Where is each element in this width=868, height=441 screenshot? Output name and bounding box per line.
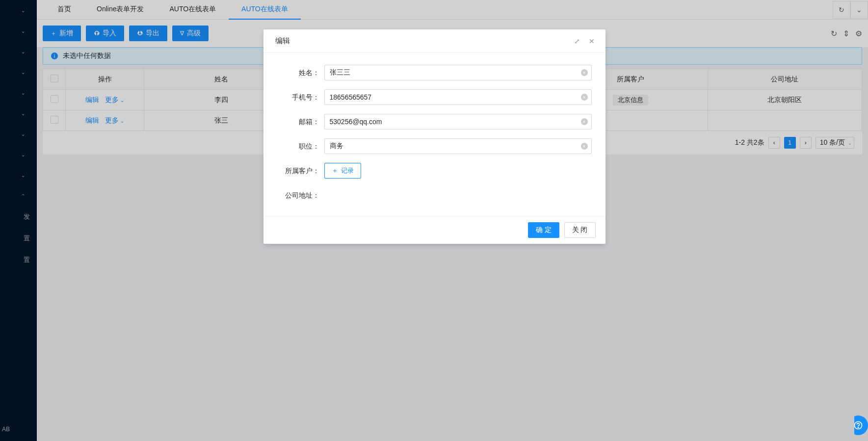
modal-title: 编辑 bbox=[275, 36, 290, 46]
customer-label: 所属客户： bbox=[263, 163, 324, 179]
email-input[interactable] bbox=[324, 114, 592, 130]
email-label: 邮箱： bbox=[263, 114, 324, 130]
add-record-label: 记录 bbox=[341, 166, 354, 175]
position-input[interactable] bbox=[324, 138, 592, 154]
ok-button[interactable]: 确 定 bbox=[528, 222, 559, 238]
add-record-button[interactable]: ＋ 记录 bbox=[324, 163, 361, 179]
clear-icon[interactable]: × bbox=[581, 94, 588, 101]
modal-body: 姓名： × 手机号： × 邮箱： × 职位： × bbox=[263, 53, 605, 216]
maximize-icon[interactable]: ⤢ bbox=[572, 36, 582, 46]
plus-icon: ＋ bbox=[332, 166, 338, 175]
edit-modal: 编辑 ⤢ ✕ 姓名： × 手机号： × 邮箱： × 职位： bbox=[263, 29, 605, 244]
clear-icon[interactable]: × bbox=[581, 118, 588, 125]
phone-input[interactable] bbox=[324, 89, 592, 105]
svg-point-1 bbox=[858, 427, 858, 428]
modal-footer: 确 定 关 闭 bbox=[263, 216, 605, 244]
close-icon[interactable]: ✕ bbox=[587, 36, 597, 46]
clear-icon[interactable]: × bbox=[581, 143, 588, 150]
clear-icon[interactable]: × bbox=[581, 69, 588, 76]
name-input[interactable] bbox=[324, 65, 592, 80]
phone-label: 手机号： bbox=[263, 89, 324, 105]
name-label: 姓名： bbox=[263, 65, 324, 80]
cancel-button[interactable]: 关 闭 bbox=[564, 222, 596, 238]
addr-label: 公司地址： bbox=[263, 187, 324, 203]
modal-header: 编辑 ⤢ ✕ bbox=[263, 29, 605, 53]
position-label: 职位： bbox=[263, 138, 324, 154]
